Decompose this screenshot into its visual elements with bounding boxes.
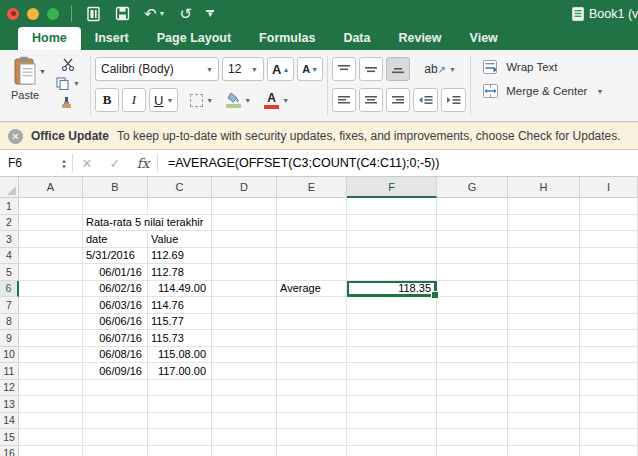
column-header-G[interactable]: G [437, 177, 508, 198]
cell-D9[interactable] [212, 330, 277, 347]
cell-C15[interactable] [148, 429, 212, 446]
cell-I8[interactable] [580, 314, 638, 331]
cell-A6[interactable] [19, 281, 83, 298]
cell-I11[interactable] [580, 363, 638, 380]
cell-I10[interactable] [580, 347, 638, 364]
zoom-window-button[interactable] [47, 8, 59, 20]
cell-D13[interactable] [212, 396, 277, 413]
format-painter-button[interactable] [61, 95, 75, 110]
customize-quick-access-button[interactable]: ▼ [202, 10, 218, 17]
minimize-window-button[interactable] [27, 8, 39, 20]
column-header-D[interactable]: D [212, 177, 277, 198]
cell-F16[interactable] [347, 446, 437, 456]
name-box-stepper[interactable]: ▲ ▼ [56, 150, 72, 176]
cell-A16[interactable] [19, 446, 83, 456]
cell-F5[interactable] [347, 264, 437, 281]
cell-B5[interactable]: 06/01/16 [83, 264, 148, 281]
cell-F15[interactable] [347, 429, 437, 446]
cell-G2[interactable] [437, 215, 508, 232]
cell-H9[interactable] [508, 330, 580, 347]
cell-B1[interactable] [83, 198, 148, 215]
cell-E12[interactable] [277, 380, 347, 397]
row-header-7[interactable]: 7 [0, 297, 19, 314]
increase-font-size-button[interactable]: A ▲ [267, 57, 294, 81]
bold-button[interactable]: B [95, 88, 119, 112]
cell-A1[interactable] [19, 198, 83, 215]
save-button[interactable] [111, 3, 134, 25]
column-header-H[interactable]: H [508, 177, 580, 198]
cell-D4[interactable] [212, 248, 277, 265]
cell-F13[interactable] [347, 396, 437, 413]
cell-C12[interactable] [148, 380, 212, 397]
cell-I9[interactable] [580, 330, 638, 347]
cell-C8[interactable]: 115.77 [148, 314, 212, 331]
wrap-text-button[interactable]: Wrap Text [483, 60, 638, 74]
paste-dropdown-caret-icon[interactable]: ▼ [39, 68, 46, 75]
row-header-13[interactable]: 13 [0, 396, 19, 413]
cell-C11[interactable]: 117.00.00 [148, 363, 212, 380]
align-middle-button[interactable] [359, 57, 383, 81]
align-top-button[interactable] [332, 57, 356, 81]
cell-C16[interactable] [148, 446, 212, 456]
fill-color-caret-icon[interactable]: ▼ [244, 97, 251, 104]
align-left-button[interactable] [332, 88, 356, 112]
cell-C14[interactable] [148, 413, 212, 430]
row-header-3[interactable]: 3 [0, 231, 19, 248]
cell-C9[interactable]: 115.73 [148, 330, 212, 347]
column-header-F[interactable]: F [347, 177, 437, 198]
font-name-combo[interactable]: Calibri (Body) ▼ [95, 57, 219, 81]
tab-page-layout[interactable]: Page Layout [143, 27, 245, 50]
underline-caret-icon[interactable]: ▼ [166, 97, 173, 104]
redo-button[interactable]: ↺ [176, 3, 197, 25]
cell-F14[interactable] [347, 413, 437, 430]
cell-I4[interactable] [580, 248, 638, 265]
cell-B13[interactable] [83, 396, 148, 413]
cell-F10[interactable] [347, 347, 437, 364]
cell-F9[interactable] [347, 330, 437, 347]
cell-C1[interactable] [148, 198, 212, 215]
cell-G16[interactable] [437, 446, 508, 456]
select-all-corner[interactable] [0, 177, 19, 198]
column-header-C[interactable]: C [148, 177, 212, 198]
row-header-4[interactable]: 4 [0, 248, 19, 265]
underline-button[interactable]: U ▼ [149, 88, 178, 112]
cell-C6[interactable]: 114.49.00 [148, 281, 212, 298]
row-header-12[interactable]: 12 [0, 380, 19, 397]
row-header-5[interactable]: 5 [0, 264, 19, 281]
row-header-6[interactable]: 6 [0, 281, 19, 298]
cell-G9[interactable] [437, 330, 508, 347]
align-bottom-button[interactable] [386, 57, 410, 81]
cell-I3[interactable] [580, 231, 638, 248]
cell-F3[interactable] [347, 231, 437, 248]
cell-A2[interactable] [19, 215, 83, 232]
cancel-entry-button[interactable]: ✕ [73, 150, 101, 176]
cell-F4[interactable] [347, 248, 437, 265]
formula-input[interactable]: =AVERAGE(OFFSET(C3;COUNT(C4:C11);0;-5)) [158, 150, 638, 176]
cell-I16[interactable] [580, 446, 638, 456]
confirm-entry-button[interactable]: ✓ [101, 150, 129, 176]
align-center-button[interactable] [359, 88, 383, 112]
cell-G14[interactable] [437, 413, 508, 430]
tab-insert[interactable]: Insert [81, 27, 143, 50]
cell-E15[interactable] [277, 429, 347, 446]
copy-button[interactable]: ▼ [56, 76, 80, 91]
align-right-button[interactable] [386, 88, 410, 112]
cell-D15[interactable] [212, 429, 277, 446]
merge-center-caret-icon[interactable]: ▼ [596, 88, 603, 95]
cell-E1[interactable] [277, 198, 347, 215]
cell-G3[interactable] [437, 231, 508, 248]
cell-E11[interactable] [277, 363, 347, 380]
cut-button[interactable] [61, 57, 75, 72]
tab-formulas[interactable]: Formulas [245, 27, 329, 50]
cell-I12[interactable] [580, 380, 638, 397]
cell-A13[interactable] [19, 396, 83, 413]
cell-D1[interactable] [212, 198, 277, 215]
cell-D8[interactable] [212, 314, 277, 331]
cell-I6[interactable] [580, 281, 638, 298]
cell-C3[interactable]: Value [148, 231, 212, 248]
cell-G1[interactable] [437, 198, 508, 215]
cell-H6[interactable] [508, 281, 580, 298]
cell-I5[interactable] [580, 264, 638, 281]
cell-E3[interactable] [277, 231, 347, 248]
cell-A8[interactable] [19, 314, 83, 331]
